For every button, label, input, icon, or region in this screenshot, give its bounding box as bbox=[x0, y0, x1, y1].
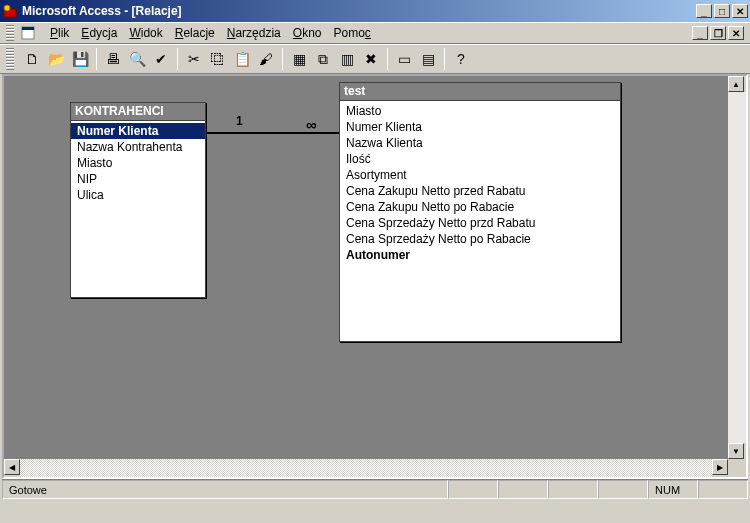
toolbar-clear-layout-button[interactable]: ✖ bbox=[359, 47, 383, 71]
mdi-window-controls: _ ❐ ✕ bbox=[692, 26, 744, 40]
menu-edycja[interactable]: Edycja bbox=[75, 24, 123, 42]
preview-icon: 🔍 bbox=[129, 51, 146, 67]
title-bar: Microsoft Access - [Relacje] _ □ ✕ bbox=[0, 0, 750, 22]
field-row[interactable]: Asortyment bbox=[340, 167, 620, 183]
print-icon: 🖶 bbox=[106, 51, 120, 67]
status-pane-5 bbox=[698, 480, 748, 499]
status-pane-4 bbox=[598, 480, 648, 499]
field-row[interactable]: Nazwa Kontrahenta bbox=[71, 139, 205, 155]
clear-layout-icon: ✖ bbox=[365, 51, 377, 67]
field-row[interactable]: Nazwa Klienta bbox=[340, 135, 620, 151]
mdi-close-button[interactable]: ✕ bbox=[728, 26, 744, 40]
status-pane-3 bbox=[548, 480, 598, 499]
window-controls: _ □ ✕ bbox=[696, 4, 748, 18]
field-row[interactable]: Numer Klienta bbox=[71, 123, 205, 139]
new-icon: 🗋 bbox=[25, 51, 39, 67]
mdi-sysmenu-icon[interactable] bbox=[20, 25, 36, 41]
field-row[interactable]: Cena Zakupu Netto po Rabacie bbox=[340, 199, 620, 215]
field-row[interactable]: Autonumer bbox=[340, 247, 620, 263]
toolbar-cut-button[interactable]: ✂ bbox=[182, 47, 206, 71]
menu-relacje[interactable]: Relacje bbox=[169, 24, 221, 42]
svg-point-1 bbox=[4, 5, 10, 11]
table-title[interactable]: test bbox=[340, 83, 620, 101]
copy-icon: ⿻ bbox=[211, 51, 225, 67]
field-row[interactable]: Miasto bbox=[71, 155, 205, 171]
db-window-icon: ▤ bbox=[422, 51, 435, 67]
field-row[interactable]: Cena Zakupu Netto przed Rabatu bbox=[340, 183, 620, 199]
field-row[interactable]: Cena Sprzedaży Netto przd Rabatu bbox=[340, 215, 620, 231]
cardinality-right: ∞ bbox=[306, 116, 317, 133]
toolbar-props-button[interactable]: ▭ bbox=[392, 47, 416, 71]
save-icon: 💾 bbox=[72, 51, 89, 67]
field-row[interactable]: Numer Klienta bbox=[340, 119, 620, 135]
toolbar-show-all-button[interactable]: ▥ bbox=[335, 47, 359, 71]
show-direct-icon: ⧉ bbox=[318, 51, 328, 68]
toolbar-help-button[interactable]: ? bbox=[449, 47, 473, 71]
open-icon: 📂 bbox=[48, 51, 65, 67]
status-bar: Gotowe NUM bbox=[2, 479, 748, 499]
toolbar-preview-button[interactable]: 🔍 bbox=[125, 47, 149, 71]
scroll-left-button[interactable]: ◀ bbox=[4, 459, 20, 475]
toolbar-save-button[interactable]: 💾 bbox=[68, 47, 92, 71]
toolbar-spell-button[interactable]: ✔ bbox=[149, 47, 173, 71]
relationships-workspace: 1 ∞ KONTRAHENCINumer KlientaNazwa Kontra… bbox=[2, 74, 748, 479]
show-table-icon: ▦ bbox=[293, 51, 306, 67]
paste-icon: 📋 bbox=[234, 51, 251, 67]
app-icon bbox=[2, 3, 18, 19]
mdi-minimize-button[interactable]: _ bbox=[692, 26, 708, 40]
relationships-canvas[interactable]: 1 ∞ KONTRAHENCINumer KlientaNazwa Kontra… bbox=[4, 76, 728, 459]
field-row[interactable]: Ilość bbox=[340, 151, 620, 167]
toolbar-print-button[interactable]: 🖶 bbox=[101, 47, 125, 71]
cut-icon: ✂ bbox=[188, 51, 200, 67]
toolbar-db-window-button[interactable]: ▤ bbox=[416, 47, 440, 71]
menu-items: PlikEdycjaWidokRelacjeNarzędziaOknoPomoc bbox=[44, 26, 377, 40]
help-icon: ? bbox=[457, 51, 465, 67]
window-title: Microsoft Access - [Relacje] bbox=[22, 4, 696, 18]
toolbar-open-button[interactable]: 📂 bbox=[44, 47, 68, 71]
props-icon: ▭ bbox=[398, 51, 411, 67]
table-title[interactable]: KONTRAHENCI bbox=[71, 103, 205, 121]
toolbar-grip[interactable] bbox=[6, 48, 14, 70]
menu-widok[interactable]: Widok bbox=[123, 24, 168, 42]
horizontal-scrollbar[interactable]: ◀ ▶ bbox=[4, 459, 728, 477]
relationship-line[interactable] bbox=[206, 132, 339, 134]
menu-okno[interactable]: Okno bbox=[287, 24, 328, 42]
scroll-down-button[interactable]: ▼ bbox=[728, 443, 744, 459]
field-list: Numer KlientaNazwa KontrahentaMiastoNIPU… bbox=[71, 121, 205, 205]
scroll-right-button[interactable]: ▶ bbox=[712, 459, 728, 475]
field-row[interactable]: Cena Sprzedaży Netto po Rabacie bbox=[340, 231, 620, 247]
toolbar: 🗋📂💾🖶🔍✔✂⿻📋🖌▦⧉▥✖▭▤? bbox=[0, 44, 750, 74]
status-pane-2 bbox=[498, 480, 548, 499]
toolbar-format-painter-button[interactable]: 🖌 bbox=[254, 47, 278, 71]
menubar-grip[interactable] bbox=[6, 25, 14, 41]
scroll-corner bbox=[728, 459, 746, 477]
menu-narzędzia[interactable]: Narzędzia bbox=[221, 24, 287, 42]
status-pane-1 bbox=[448, 480, 498, 499]
spell-icon: ✔ bbox=[155, 51, 167, 67]
scroll-up-button[interactable]: ▲ bbox=[728, 76, 744, 92]
field-row[interactable]: Miasto bbox=[340, 103, 620, 119]
menu-bar: PlikEdycjaWidokRelacjeNarzędziaOknoPomoc… bbox=[0, 22, 750, 44]
show-all-icon: ▥ bbox=[341, 51, 354, 67]
menu-pomoc[interactable]: Pomoc bbox=[328, 24, 377, 42]
menu-plik[interactable]: Plik bbox=[44, 24, 75, 42]
toolbar-copy-button[interactable]: ⿻ bbox=[206, 47, 230, 71]
toolbar-new-button[interactable]: 🗋 bbox=[20, 47, 44, 71]
toolbar-show-table-button[interactable]: ▦ bbox=[287, 47, 311, 71]
status-num: NUM bbox=[648, 480, 698, 499]
toolbar-show-direct-button[interactable]: ⧉ bbox=[311, 47, 335, 71]
cardinality-left: 1 bbox=[236, 114, 243, 128]
minimize-button[interactable]: _ bbox=[696, 4, 712, 18]
field-row[interactable]: Ulica bbox=[71, 187, 205, 203]
field-list: MiastoNumer KlientaNazwa KlientaIlośćAso… bbox=[340, 101, 620, 265]
vertical-scrollbar[interactable]: ▲ ▼ bbox=[728, 76, 746, 459]
toolbar-paste-button[interactable]: 📋 bbox=[230, 47, 254, 71]
table-window-test[interactable]: testMiastoNumer KlientaNazwa KlientaIloś… bbox=[339, 82, 621, 342]
mdi-restore-button[interactable]: ❐ bbox=[710, 26, 726, 40]
close-button[interactable]: ✕ bbox=[732, 4, 748, 18]
status-text: Gotowe bbox=[2, 480, 448, 499]
maximize-button[interactable]: □ bbox=[714, 4, 730, 18]
table-window-kontrahenci[interactable]: KONTRAHENCINumer KlientaNazwa Kontrahent… bbox=[70, 102, 206, 298]
field-row[interactable]: NIP bbox=[71, 171, 205, 187]
svg-rect-3 bbox=[22, 27, 34, 30]
